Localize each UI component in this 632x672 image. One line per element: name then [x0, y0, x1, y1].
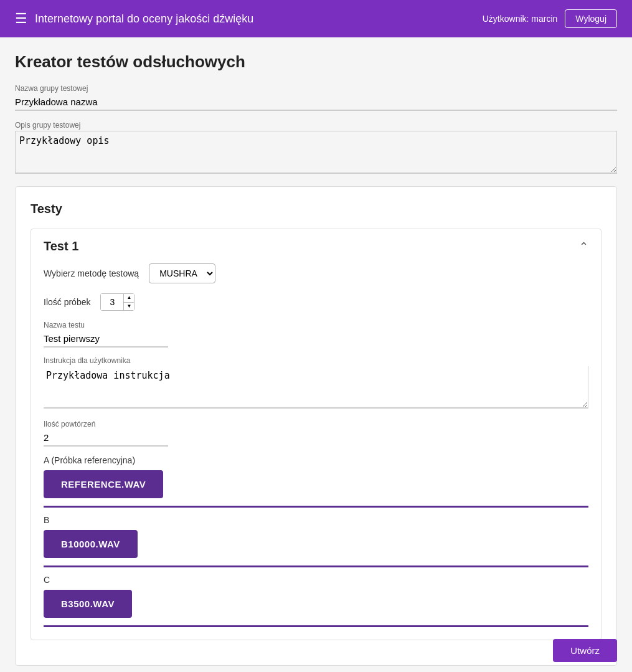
header-right: Użytkownik: marcin Wyloguj — [483, 9, 617, 28]
spinner-arrows: ▲ ▼ — [123, 294, 134, 310]
logout-button[interactable]: Wyloguj — [565, 9, 617, 28]
test-card-title: Test 1 — [44, 239, 78, 253]
sample-b-divider — [44, 566, 588, 567]
instruction-textarea[interactable] — [44, 366, 588, 409]
sample-c-divider — [44, 625, 588, 627]
test-name-input[interactable] — [44, 331, 168, 348]
tests-section-title: Testy — [31, 202, 601, 216]
sample-a-wav-button[interactable]: REFERENCE.WAV — [44, 470, 163, 498]
tests-section: Testy Test 1 ⌃ Wybierz metodę testową MU… — [15, 186, 617, 666]
header-title: Internetowy portal do oceny jakości dźwi… — [35, 12, 253, 26]
test-card-header[interactable]: Test 1 ⌃ — [31, 229, 601, 263]
menu-icon[interactable]: ☰ — [15, 11, 27, 27]
test-name-label: Nazwa testu — [44, 321, 588, 329]
samples-row: Ilość próbek ▲ ▼ — [44, 293, 588, 311]
method-label: Wybierz metodę testową — [44, 268, 139, 278]
group-name-label: Nazwa grupy testowej — [15, 84, 617, 93]
repetitions-label: Ilość powtórzeń — [44, 420, 588, 428]
user-info: Użytkownik: marcin — [483, 14, 558, 24]
method-select[interactable]: MUSHRA ABX DMOS — [149, 263, 215, 283]
sample-c-label: C — [44, 575, 588, 585]
samples-label: Ilość próbek — [44, 297, 90, 307]
sample-c-wav-button[interactable]: B3500.WAV — [44, 590, 132, 618]
sample-b-wav-button[interactable]: B10000.WAV — [44, 530, 138, 558]
main-content: Kreator testów odsłuchowych Nazwa grupy … — [0, 37, 632, 672]
header-left: ☰ Internetowy portal do oceny jakości dź… — [15, 11, 253, 27]
create-button[interactable]: Utwórz — [553, 639, 617, 662]
samples-input[interactable] — [101, 294, 123, 310]
test-card-1: Test 1 ⌃ Wybierz metodę testową MUSHRA A… — [31, 229, 601, 640]
group-desc-label: Opis grupy testowej — [15, 121, 617, 130]
group-desc-textarea[interactable] — [15, 131, 617, 174]
instruction-field: Instrukcja dla użytkownika — [44, 356, 588, 411]
sample-b-label: B — [44, 515, 588, 525]
sample-a-divider — [44, 506, 588, 508]
sample-a-section: A (Próbka referencyjna) REFERENCE.WAV — [44, 455, 588, 508]
instruction-label: Instrukcja dla użytkownika — [44, 356, 588, 365]
sample-c-section: C B3500.WAV — [44, 575, 588, 627]
samples-spinner: ▲ ▼ — [100, 293, 134, 311]
page-title: Kreator testów odsłuchowych — [15, 52, 617, 72]
sample-a-label: A (Próbka referencyjna) — [44, 455, 588, 465]
spinner-down-button[interactable]: ▼ — [124, 303, 134, 311]
chevron-up-icon: ⌃ — [579, 240, 588, 253]
header: ☰ Internetowy portal do oceny jakości dź… — [0, 0, 632, 37]
test-card-body: Wybierz metodę testową MUSHRA ABX DMOS I… — [31, 263, 601, 640]
group-name-input[interactable] — [15, 94, 617, 111]
repetitions-input[interactable] — [44, 430, 168, 447]
method-row: Wybierz metodę testową MUSHRA ABX DMOS — [44, 263, 588, 283]
repetitions-field: Ilość powtórzeń — [44, 420, 588, 447]
group-name-field: Nazwa grupy testowej — [15, 84, 617, 111]
sample-b-section: B B10000.WAV — [44, 515, 588, 567]
test-name-field: Nazwa testu — [44, 321, 588, 348]
spinner-up-button[interactable]: ▲ — [124, 294, 134, 303]
group-desc-field: Opis grupy testowej — [15, 121, 617, 176]
